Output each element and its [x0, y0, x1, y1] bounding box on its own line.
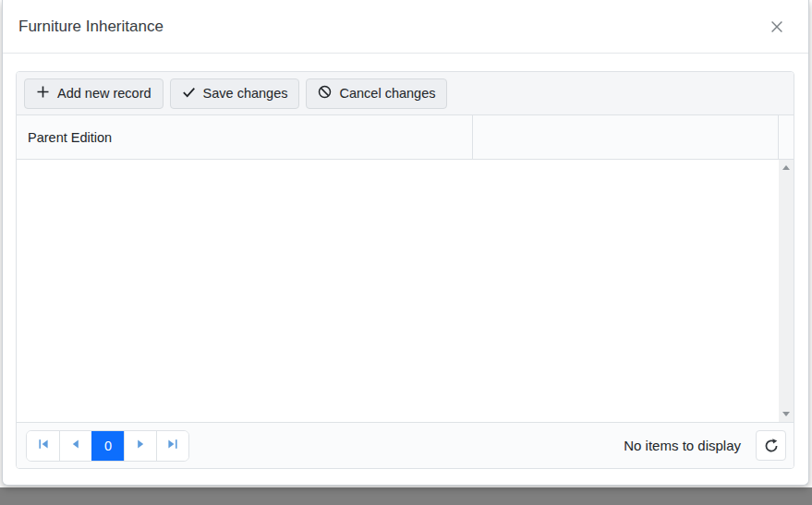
scroll-down-icon[interactable] — [782, 412, 790, 416]
grid-pager: 0 — [17, 422, 794, 468]
add-new-record-button[interactable]: Add new record — [24, 78, 164, 109]
arrow-left-icon — [70, 439, 81, 452]
header-scrollbar-spacer — [779, 115, 794, 159]
column-header-empty — [473, 115, 779, 159]
column-header-parent-edition[interactable]: Parent Edition — [17, 115, 473, 159]
seek-first-icon — [38, 439, 49, 452]
dialog-titlebar: Furniture Inheritance — [3, 0, 808, 54]
scroll-up-icon[interactable] — [782, 165, 790, 170]
vertical-scrollbar[interactable] — [779, 160, 794, 422]
close-button[interactable] — [767, 17, 787, 37]
dialog-body: Add new record Save changes — [3, 54, 808, 486]
grid-body — [17, 160, 794, 422]
check-icon — [182, 85, 196, 102]
plus-icon — [36, 85, 50, 102]
grid-toolbar: Add new record Save changes — [17, 72, 794, 115]
grid-header-row: Parent Edition — [17, 115, 794, 160]
refresh-button[interactable] — [756, 430, 786, 461]
first-page-button[interactable] — [27, 431, 59, 461]
previous-page-button[interactable] — [59, 431, 91, 461]
column-header-label: Parent Edition — [28, 130, 112, 145]
dialog-title: Furniture Inheritance — [18, 18, 164, 36]
page-background-bar — [0, 487, 812, 505]
close-icon — [770, 22, 783, 36]
cancel-changes-label: Cancel changes — [339, 86, 435, 101]
data-grid: Add new record Save changes — [16, 71, 794, 469]
next-page-button[interactable] — [124, 431, 156, 461]
ban-icon — [318, 85, 332, 102]
seek-last-icon — [167, 439, 178, 452]
pager-status: No items to display — [624, 438, 741, 453]
cancel-changes-button[interactable]: Cancel changes — [306, 78, 447, 109]
pager-info-area: No items to display — [624, 430, 786, 461]
add-new-record-label: Add new record — [57, 86, 151, 101]
save-changes-label: Save changes — [203, 86, 288, 101]
furniture-inheritance-dialog: Furniture Inheritance Add new record — [2, 0, 809, 486]
last-page-button[interactable] — [156, 431, 188, 461]
grid-body-empty-area — [17, 160, 779, 422]
pager-button-group: 0 — [26, 430, 189, 462]
current-page-button[interactable]: 0 — [91, 431, 124, 461]
save-changes-button[interactable]: Save changes — [170, 78, 300, 109]
arrow-right-icon — [135, 439, 146, 452]
refresh-icon — [763, 438, 780, 454]
